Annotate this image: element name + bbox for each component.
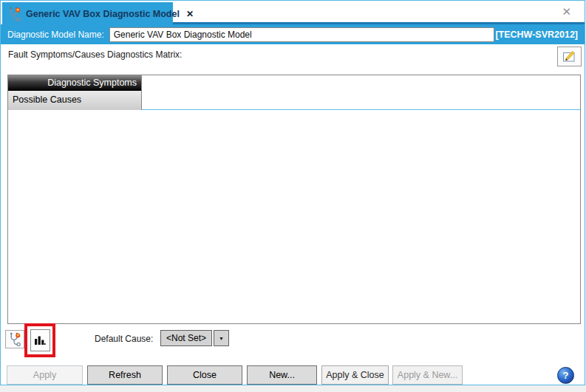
pencil-edit-icon	[562, 50, 576, 63]
apply-and-close-button[interactable]: Apply & Close	[321, 365, 389, 385]
refresh-button[interactable]: Refresh	[87, 365, 163, 385]
diagnostic-symptoms-header[interactable]: Diagnostic Symptoms	[8, 75, 141, 91]
help-button[interactable]: ?	[557, 367, 574, 384]
diagnostics-matrix: Diagnostic Symptoms Possible Causes	[7, 75, 581, 324]
bar-chart-button[interactable]	[30, 329, 50, 351]
matrix-header-row: Diagnostic Symptoms Possible Causes	[8, 75, 580, 110]
server-tag: [TECHW-SVR2012]	[495, 30, 578, 40]
stethoscope-diagnostic-icon	[8, 7, 21, 21]
screenshot-stage: Generic VAV Box Diagnostic Model ✕ ✕ Dia…	[0, 0, 586, 392]
default-cause-value[interactable]: <Not Set>	[160, 330, 212, 346]
apply-button[interactable]: Apply	[7, 365, 83, 385]
model-name-header-bar: Diagnostic Model Name: [TECHW-SVR2012]	[1, 24, 585, 44]
tab-close-icon[interactable]: ✕	[186, 9, 194, 19]
close-button[interactable]: Close	[167, 365, 242, 385]
new-button[interactable]: New...	[247, 365, 317, 385]
possible-causes-header[interactable]: Possible Causes	[8, 91, 141, 110]
diagnostic-model-window: Generic VAV Box Diagnostic Model ✕ ✕ Dia…	[0, 0, 585, 385]
tab-title: Generic VAV Box Diagnostic Model	[26, 9, 180, 19]
matrix-header-block: Diagnostic Symptoms Possible Causes	[8, 75, 142, 110]
tab-generic-vav-box-diagnostic-model[interactable]: Generic VAV Box Diagnostic Model ✕	[2, 2, 173, 25]
default-cause-dropdown[interactable]: <Not Set> ▼	[160, 330, 229, 346]
default-cause-label: Default Cause:	[95, 334, 153, 344]
stethoscope-icon	[9, 332, 21, 346]
tabstrip-underline	[173, 22, 585, 24]
model-name-input[interactable]	[109, 27, 494, 42]
chevron-down-icon[interactable]: ▼	[214, 330, 229, 346]
apply-and-new-button[interactable]: Apply & New...	[392, 365, 463, 385]
click-target-annotation	[24, 323, 55, 357]
window-close-icon[interactable]: ✕	[562, 6, 571, 17]
model-name-label: Diagnostic Model Name:	[7, 30, 104, 40]
add-diagnostic-button[interactable]	[5, 330, 24, 348]
matrix-section-label: Fault Symptoms/Causes Diagnostics Matrix…	[8, 49, 182, 60]
tab-strip: Generic VAV Box Diagnostic Model ✕ ✕	[1, 1, 585, 25]
bar-chart-icon	[34, 335, 46, 346]
edit-matrix-button[interactable]	[557, 47, 582, 66]
